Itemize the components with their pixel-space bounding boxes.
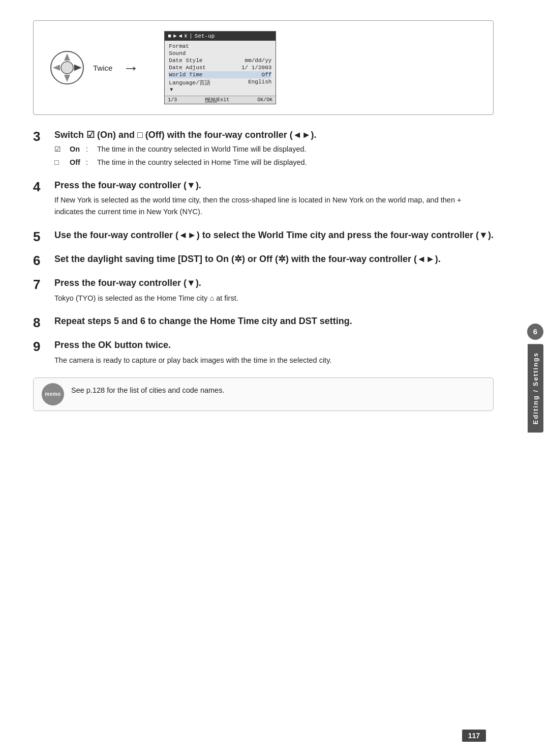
step-5-number: 5: [33, 229, 47, 244]
on-description: The time in the country selected in Worl…: [97, 144, 307, 155]
step-7-title: Press the four-way controller (▼).: [54, 277, 494, 289]
menu-row-worldtime: World TimeOff: [169, 71, 271, 78]
main-content: Twice → ■ ► ◄ ¥ | Set-up Format: [0, 0, 522, 756]
menu-row-sound: Sound: [169, 50, 271, 57]
menu-row-format: Format: [169, 43, 271, 50]
step-3-sub-off: □ Off : The time in the country selected…: [54, 157, 494, 168]
step-5: 5 Use the four-way controller (◄►) to se…: [33, 229, 494, 244]
step-3-number: 3: [33, 129, 47, 144]
svg-point-1: [61, 62, 73, 74]
menu-row-language: Language/言語English: [169, 78, 271, 87]
step-7-number: 7: [33, 277, 47, 292]
step-8-title: Repeat steps 5 and 6 to change the Home …: [54, 315, 494, 327]
menu-row-datestyle: Date Stylemm/dd/yy: [169, 57, 271, 64]
sidebar-tab: 6 Editing / Settings: [527, 324, 543, 432]
step-3-title: Switch ☑ (On) and □ (Off) with the four-…: [54, 129, 494, 141]
step-3-sub-on: ☑ On : The time in the country selected …: [54, 144, 494, 155]
controller-illustration: Twice →: [49, 49, 144, 86]
step-7-content: Press the four-way controller (▼). Tokyo…: [54, 277, 494, 306]
twice-label: Twice: [93, 64, 112, 72]
diagram-box: Twice → ■ ► ◄ ¥ | Set-up Format: [33, 20, 494, 115]
sidebar-chapter-number: 6: [527, 324, 543, 340]
step-8-content: Repeat steps 5 and 6 to change the Home …: [54, 315, 494, 330]
step-4-number: 4: [33, 180, 47, 194]
menu-footer: 1/3 MENUExit OK/OK: [165, 96, 276, 104]
svg-marker-3: [64, 75, 70, 82]
step-6-content: Set the daylight saving time [DST] to On…: [54, 253, 494, 268]
memo-text: See p.128 for the list of cities and cod…: [71, 383, 224, 396]
memo-box: memo See p.128 for the list of cities an…: [33, 377, 494, 411]
step-7-desc: Tokyo (TYO) is selected as the Home Time…: [54, 293, 494, 304]
step-4-desc: If New York is selected as the world tim…: [54, 194, 494, 218]
checkbox-on-icon: ☑: [54, 144, 66, 155]
step-3-content: Switch ☑ (On) and □ (Off) with the four-…: [54, 129, 494, 170]
step-9-desc: The camera is ready to capture or play b…: [54, 355, 494, 366]
step-9-title: Press the OK button twice.: [54, 339, 494, 351]
four-way-controller-icon: [49, 49, 85, 86]
step-3: 3 Switch ☑ (On) and □ (Off) with the fou…: [33, 129, 494, 170]
menu-body: Format Sound Date Stylemm/dd/yy Date Adj…: [165, 41, 276, 96]
svg-marker-5: [74, 65, 81, 71]
on-label: On: [70, 144, 82, 155]
off-label: Off: [70, 157, 82, 168]
step-6-title: Set the daylight saving time [DST] to On…: [54, 253, 494, 265]
step-8-number: 8: [33, 315, 47, 330]
step-5-content: Use the four-way controller (◄►) to sele…: [54, 229, 494, 244]
checkbox-off-icon: □: [54, 157, 66, 168]
arrow-icon: →: [123, 59, 139, 77]
step-7: 7 Press the four-way controller (▼). Tok…: [33, 277, 494, 306]
menu-header-label: Set-up: [195, 33, 215, 39]
step-9-number: 9: [33, 339, 47, 354]
step-5-title: Use the four-way controller (◄►) to sele…: [54, 229, 494, 241]
sidebar-label: Editing / Settings: [528, 344, 543, 432]
step-6-number: 6: [33, 253, 47, 268]
memo-icon: memo: [42, 383, 64, 405]
page-number: 117: [462, 730, 486, 742]
step-4: 4 Press the four-way controller (▼). If …: [33, 180, 494, 220]
svg-marker-4: [53, 65, 60, 71]
menu-header: ■ ► ◄ ¥ | Set-up: [165, 32, 276, 41]
step-8: 8 Repeat steps 5 and 6 to change the Hom…: [33, 315, 494, 330]
step-9-content: Press the OK button twice. The camera is…: [54, 339, 494, 368]
right-sidebar: 6 Editing / Settings: [522, 0, 549, 756]
step-9: 9 Press the OK button twice. The camera …: [33, 339, 494, 368]
menu-row-dateadjust: Date Adjust1/ 1/2003: [169, 64, 271, 71]
step-6: 6 Set the daylight saving time [DST] to …: [33, 253, 494, 268]
menu-screenshot: ■ ► ◄ ¥ | Set-up Format Sound Date Style…: [164, 31, 276, 104]
step-4-title: Press the four-way controller (▼).: [54, 180, 494, 191]
off-description: The time in the country selected in Home…: [97, 157, 307, 168]
step-4-content: Press the four-way controller (▼). If Ne…: [54, 180, 494, 220]
menu-scroll-indicator: ▼: [169, 87, 271, 93]
svg-marker-2: [64, 53, 70, 61]
